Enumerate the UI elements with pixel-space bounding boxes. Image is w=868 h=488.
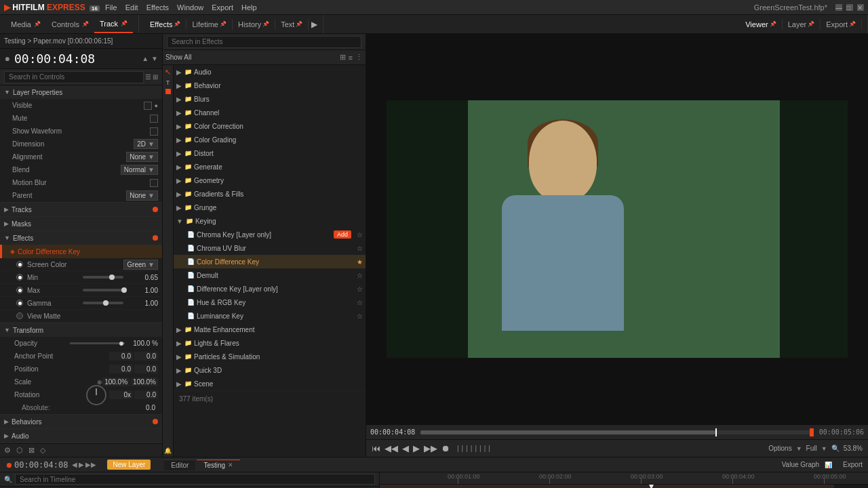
quality-label[interactable]: Full [806,445,817,452]
fx-category-blurs[interactable]: ▶ 📁 Blurs [174,92,366,106]
transform-header[interactable]: ▼ Transform [0,323,162,337]
show-all-label[interactable]: Show All [165,54,337,61]
diamond-icon[interactable]: ◇ [40,446,45,455]
scale-link-icon[interactable]: ⊕ [97,379,102,386]
options-label[interactable]: Options [768,445,791,452]
menu-effects[interactable]: Effects [146,3,169,12]
max-slider-handle[interactable] [121,287,127,293]
behaviors-header[interactable]: ▶ Behaviors [0,415,162,428]
close-button[interactable]: ✕ [857,4,864,11]
viewer-timeline-bar[interactable] [420,430,814,434]
marker-8[interactable]: | [488,445,490,452]
effects-sidebar-bell-icon[interactable]: 🔔 [164,447,172,454]
step-back-button[interactable]: ◀◀ [384,443,398,453]
marker-2[interactable]: | [462,445,464,452]
fx-category-matte[interactable]: ▶ 📁 Matte Enhancement [174,323,366,336]
fx-filter-icon[interactable]: ⊞ [340,53,346,62]
fx-category-quick3d[interactable]: ▶ 📁 Quick 3D [174,363,366,377]
max-slider[interactable] [83,289,123,291]
fx-category-particles[interactable]: ▶ 📁 Particles & Simulation [174,350,366,363]
maximize-button[interactable]: □ [846,4,853,11]
opacity-slider-handle[interactable] [119,342,123,346]
timecode-down-icon[interactable]: ▼ [151,55,158,62]
step-forward-button[interactable]: ▶▶ [424,443,437,453]
add-chroma-key-button[interactable]: Add [334,230,351,239]
fx-category-lights[interactable]: ▶ 📁 Lights & Flares [174,336,366,350]
fx-category-channel[interactable]: ▶ 📁 Channel [174,106,366,119]
fx-category-scene[interactable]: ▶ 📁 Scene [174,377,366,390]
layer-properties-header[interactable]: ▼ Layer Properties [0,85,162,99]
effects-sidebar-text-icon[interactable]: T [166,79,170,86]
testing-tab-close-icon[interactable]: ✕ [228,462,233,468]
chroma-uv-star-icon[interactable]: ☆ [357,245,363,252]
fx-category-color-grading[interactable]: ▶ 📁 Color Grading [174,133,366,146]
fx-chroma-key[interactable]: 📄 Chroma Key [Layer only] Add ☆ [174,228,366,241]
screen-color-radio[interactable] [16,261,23,268]
marker-7[interactable]: | [484,445,486,452]
parent-select[interactable]: None ▼ [126,190,158,201]
record-button[interactable]: ⏺ [441,443,450,453]
marker-3[interactable]: | [466,445,468,452]
tab-editor[interactable]: Editor [164,460,195,470]
audio-header[interactable]: ▶ Audio [0,429,162,443]
chroma-key-star-icon[interactable]: ☆ [357,231,363,239]
gamma-radio[interactable] [16,300,23,306]
tab-viewer[interactable]: Viewer 📌 [740,19,782,30]
fx-category-keying[interactable]: ▼ 📁 Keying [174,214,366,228]
dimension-select[interactable]: 2D ▼ [134,139,158,149]
color-diff-key-header[interactable]: ◈ Color Difference Key [0,245,162,258]
zoom-search-icon[interactable]: 🔍 [831,445,840,452]
fx-luminance-key[interactable]: 📄 Luminance Key ☆ [174,309,366,323]
marker-4[interactable]: | [471,445,473,452]
controls-search-input[interactable] [4,71,144,83]
gamma-slider[interactable] [83,302,123,304]
alignment-select[interactable]: None ▼ [126,152,158,162]
fx-category-distort[interactable]: ▶ 📁 Distort [174,146,366,160]
settings-icon[interactable]: ⚙ [4,446,11,455]
fx-color-diff-key[interactable]: 📄 Color Difference Key ★ [174,255,366,268]
tab-text[interactable]: Text 📌 [275,19,309,30]
tracks-header[interactable]: ▶ Tracks [0,203,162,216]
mute-checkbox[interactable] [150,115,158,123]
new-layer-button[interactable]: New Layer [107,460,151,470]
tab-controls[interactable]: Controls 📌 [46,15,94,33]
screen-color-select[interactable]: Green ▼ [123,260,158,270]
fx-demult[interactable]: 📄 Demult ☆ [174,268,366,282]
min-slider[interactable] [83,276,123,279]
fx-more-icon[interactable]: ⋮ [355,53,363,62]
opacity-slider[interactable] [70,342,125,344]
timecode-up-icon[interactable]: ▲ [142,55,149,62]
hue-rgb-star-icon[interactable]: ☆ [357,299,363,306]
timeline-prev-frame-icon[interactable]: ◀ [72,461,77,468]
effects-sidebar-color-icon[interactable] [165,89,171,94]
tab-media[interactable]: Media 📌 [5,15,46,33]
fx-category-behavior[interactable]: ▶ 📁 Behavior [174,79,366,92]
minimize-button[interactable]: — [835,4,842,11]
list-view-icon[interactable]: ☰ [145,73,151,81]
fx-sort-icon[interactable]: ≡ [349,54,353,62]
tab-track[interactable]: Track 📌 [94,15,133,33]
tab-layer[interactable]: Layer 📌 [783,19,821,30]
play-to-start-button[interactable]: ⏮ [372,443,380,453]
rotation-dial[interactable] [86,385,106,405]
fx-category-gradients[interactable]: ▶ 📁 Gradients & Fills [174,187,366,201]
fx-category-color-correction[interactable]: ▶ 📁 Color Correction [174,119,366,133]
visible-checkbox[interactable] [144,102,152,110]
luminance-star-icon[interactable]: ☆ [357,312,363,320]
tab-lifetime[interactable]: Lifetime 📌 [186,19,233,30]
effects-search-input[interactable] [167,36,361,48]
blend-select[interactable]: Normal ▼ [121,165,158,175]
play-back-button[interactable]: ◀ [402,443,409,453]
menu-window[interactable]: Window [177,3,203,12]
timeline-record-icon[interactable]: ⏺ [5,461,13,469]
fx-category-grunge[interactable]: ▶ 📁 Grunge [174,201,366,214]
color-diff-star-icon[interactable]: ★ [357,258,363,266]
effects-sidebar-cursor-icon[interactable]: ↖ [165,68,171,77]
difference-key-star-icon[interactable]: ☆ [357,285,363,293]
fx-chroma-uv-blur[interactable]: 📄 Chroma UV Blur ☆ [174,241,366,255]
link-icon[interactable]: ⬡ [16,446,23,455]
timeline-export-label[interactable]: Export [843,461,863,468]
grid-view-icon[interactable]: ⊞ [153,73,158,81]
timeline-next-frame-icon[interactable]: ▶ [79,461,84,468]
marker-1[interactable]: | [457,445,459,452]
